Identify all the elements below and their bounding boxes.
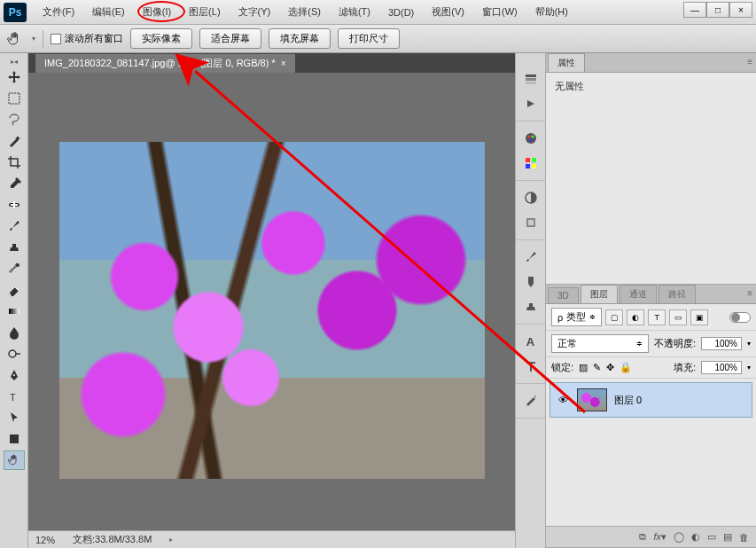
menu-filter[interactable]: 滤镜(T): [330, 2, 379, 22]
history-panel-icon[interactable]: [521, 69, 541, 89]
zoom-level[interactable]: 12%: [35, 535, 55, 545]
actual-pixels-button[interactable]: 实际像素: [130, 28, 192, 49]
lock-pixels-icon[interactable]: ✎: [593, 362, 601, 373]
new-layer-icon[interactable]: ▤: [723, 531, 732, 543]
print-size-button[interactable]: 打印尺寸: [338, 28, 400, 49]
menu-file[interactable]: 文件(F): [34, 2, 83, 22]
character-panel-icon[interactable]: A: [521, 332, 541, 351]
link-layers-icon[interactable]: ⧉: [639, 531, 646, 543]
document-tab-title: IMG_20180322_081147.jpg@ 12% (图层 0, RGB/…: [44, 57, 276, 70]
paths-tab[interactable]: 路径: [659, 285, 696, 303]
svg-point-14: [529, 139, 532, 142]
eyedropper-tool[interactable]: [4, 174, 25, 193]
dodge-tool[interactable]: [4, 344, 25, 364]
blur-tool[interactable]: [4, 323, 25, 342]
layer-style-icon[interactable]: fx▾: [653, 531, 666, 543]
filter-type-icon[interactable]: T: [648, 309, 666, 325]
fit-screen-button[interactable]: 适合屏幕: [199, 28, 261, 49]
status-bar: 12% 文档:33.8M/33.8M ▸: [28, 530, 515, 548]
delete-layer-icon[interactable]: 🗑: [739, 532, 749, 543]
close-button[interactable]: ×: [729, 2, 752, 18]
eraser-tool[interactable]: [4, 280, 25, 300]
maximize-button[interactable]: □: [706, 2, 729, 18]
tool-presets-panel-icon[interactable]: [521, 391, 541, 411]
paragraph-panel-icon[interactable]: [521, 356, 541, 376]
channels-tab[interactable]: 通道: [620, 285, 657, 303]
brush-tool[interactable]: [4, 216, 25, 236]
layer-mask-icon[interactable]: ◯: [674, 531, 684, 543]
healing-brush-tool[interactable]: [4, 195, 25, 215]
svg-rect-0: [9, 93, 19, 104]
marquee-tool[interactable]: [4, 89, 25, 108]
tools-collapse-grip[interactable]: ▸◂: [2, 57, 27, 66]
menu-3d[interactable]: 3D(D): [379, 4, 423, 21]
filter-pixel-icon[interactable]: ▢: [605, 309, 623, 325]
minimize-button[interactable]: —: [683, 2, 706, 18]
history-brush-tool[interactable]: [4, 259, 25, 278]
layer-thumbnail[interactable]: [577, 388, 607, 411]
styles-panel-icon[interactable]: [521, 213, 541, 232]
shape-tool[interactable]: [4, 429, 25, 449]
menu-select[interactable]: 选择(S): [279, 2, 330, 22]
clone-source-panel-icon[interactable]: [521, 297, 541, 317]
menu-layer[interactable]: 图层(L): [180, 2, 229, 22]
hand-tool[interactable]: [4, 450, 25, 470]
lasso-tool[interactable]: [4, 110, 25, 129]
brush-panel-icon[interactable]: [521, 247, 541, 267]
lock-position-icon[interactable]: ✥: [606, 362, 614, 373]
3d-tab[interactable]: 3D: [548, 287, 579, 303]
filter-toggle[interactable]: [729, 312, 751, 323]
menu-view[interactable]: 视图(V): [423, 2, 473, 22]
move-tool[interactable]: [4, 67, 25, 87]
lock-transparency-icon[interactable]: ▨: [579, 362, 588, 373]
type-tool[interactable]: T: [4, 387, 25, 406]
pen-tool[interactable]: [4, 365, 25, 385]
lock-all-icon[interactable]: 🔒: [620, 362, 632, 373]
panel-menu-icon[interactable]: ≡: [747, 288, 752, 298]
panel-menu-icon[interactable]: ≡: [747, 57, 752, 67]
scroll-all-label: 滚动所有窗口: [65, 32, 123, 45]
menu-help[interactable]: 帮助(H): [526, 2, 577, 22]
filter-smart-icon[interactable]: ▣: [690, 309, 708, 325]
blend-opacity-row: 正常≑ 不透明度: 100% ▾: [546, 331, 756, 357]
group-icon[interactable]: ▭: [707, 531, 716, 543]
opacity-field[interactable]: 100%: [701, 337, 742, 350]
dropdown-icon[interactable]: ▾: [32, 35, 35, 43]
adjustment-layer-icon[interactable]: ◐: [691, 531, 700, 543]
color-panel-icon[interactable]: [521, 129, 541, 148]
blend-mode-dropdown[interactable]: 正常≑: [551, 334, 649, 353]
document-tab[interactable]: IMG_20180322_081147.jpg@ 12% (图层 0, RGB/…: [35, 54, 295, 73]
layers-tab[interactable]: 图层: [581, 285, 618, 303]
svg-rect-21: [528, 220, 534, 225]
svg-point-13: [531, 136, 534, 138]
adjustments-panel-icon[interactable]: [521, 188, 541, 207]
filter-kind-dropdown[interactable]: ρ类型≑: [551, 308, 602, 326]
menu-type[interactable]: 文字(Y): [230, 2, 280, 22]
menu-window[interactable]: 窗口(W): [473, 2, 526, 22]
brush-presets-panel-icon[interactable]: [521, 272, 541, 292]
document-image: [59, 142, 485, 479]
document-tab-close[interactable]: ×: [281, 59, 286, 68]
swatches-panel-icon[interactable]: [521, 153, 541, 173]
svg-point-12: [527, 136, 530, 138]
hand-tool-icon[interactable]: [5, 29, 25, 49]
gradient-tool[interactable]: [4, 301, 25, 321]
path-select-tool[interactable]: [4, 408, 25, 427]
layer-visibility-icon[interactable]: 👁: [556, 395, 570, 405]
layer-item[interactable]: 👁 图层 0: [549, 382, 752, 418]
layer-name[interactable]: 图层 0: [614, 394, 642, 407]
filter-shape-icon[interactable]: ▭: [669, 309, 687, 325]
menu-edit[interactable]: 编辑(E): [83, 2, 134, 22]
magic-wand-tool[interactable]: [4, 131, 25, 151]
menu-image[interactable]: 图像(I): [134, 2, 180, 22]
actions-panel-icon[interactable]: [521, 94, 541, 114]
fill-screen-button[interactable]: 填充屏幕: [269, 28, 331, 49]
layers-panel: 3D 图层 通道 路径 ≡ ρ类型≑ ▢ ◐ T ▭ ▣ 正常≑: [546, 285, 756, 548]
scroll-all-checkbox[interactable]: 滚动所有窗口: [51, 32, 123, 45]
filter-adjust-icon[interactable]: ◐: [627, 309, 644, 325]
crop-tool[interactable]: [4, 153, 25, 172]
canvas-viewport[interactable]: [28, 73, 515, 530]
properties-tab[interactable]: 属性: [548, 53, 585, 72]
clone-stamp-tool[interactable]: [4, 238, 25, 257]
fill-field[interactable]: 100%: [701, 361, 742, 374]
